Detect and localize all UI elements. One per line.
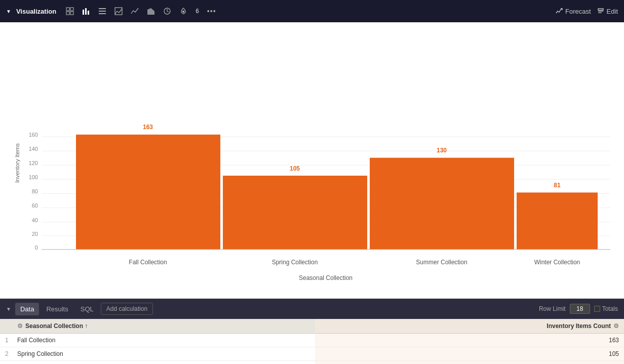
svg-text:Spring Collection: Spring Collection: [272, 259, 318, 266]
svg-rect-0: [66, 8, 69, 11]
bottom-toolbar-left: ▼ Data Results SQL Add calculation: [6, 303, 537, 315]
svg-marker-14: [147, 8, 154, 15]
inventory-gear-icon[interactable]: ⚙: [613, 322, 619, 330]
seasonal-gear-icon[interactable]: ⚙: [17, 322, 23, 330]
col-inventory-label: Inventory Items Count: [547, 322, 611, 330]
edit-label: Edit: [607, 8, 618, 15]
bottom-toolbar-right: Row Limit Totals: [539, 304, 618, 314]
svg-text:20: 20: [32, 230, 38, 236]
map-icon-btn[interactable]: [177, 5, 190, 17]
svg-rect-3: [70, 12, 73, 15]
svg-rect-4: [83, 10, 84, 15]
svg-text:Winter Collection: Winter Collection: [534, 259, 580, 266]
dropdown-arrow: ▼: [6, 9, 11, 14]
svg-point-16: [183, 11, 184, 13]
totals-checkbox[interactable]: [594, 306, 600, 312]
row-num-header: [0, 319, 12, 334]
tab-data[interactable]: Data: [15, 303, 39, 315]
row-num-3: 3: [0, 361, 12, 365]
col-header-seasonal: ⚙ Seasonal Collection ↑: [12, 319, 315, 334]
bar-chart: Inventory Items 0 20 40 60 80 100 120 14…: [10, 32, 614, 293]
more-dots: •••: [207, 7, 216, 15]
bar-fall: [76, 135, 220, 250]
svg-text:163: 163: [143, 124, 153, 131]
toolbar-right: Forecast Edit: [556, 8, 618, 15]
svg-rect-7: [99, 8, 106, 9]
chart-area: Inventory Items 0 20 40 60 80 100 120 14…: [0, 22, 624, 298]
number-icon-btn[interactable]: 6: [193, 6, 202, 17]
cell-spring-collection: Spring Collection: [12, 347, 315, 361]
col-header-inventory: Inventory Items Count ⚙: [315, 319, 624, 334]
row-limit-input[interactable]: [570, 304, 590, 314]
svg-text:140: 140: [29, 146, 38, 152]
number-badge: 6: [196, 8, 199, 15]
svg-text:81: 81: [554, 182, 561, 189]
forecast-label: Forecast: [565, 8, 591, 15]
table-row: 3 Summer Collection 130: [0, 361, 624, 365]
totals-label: Totals: [602, 305, 618, 312]
toolbar-left: ▼ Visualization 6 •••: [6, 5, 552, 17]
table-row: 2 Spring Collection 105: [0, 347, 624, 361]
bar-winter: [517, 192, 598, 249]
edit-button[interactable]: Edit: [597, 8, 618, 15]
svg-line-13: [119, 9, 122, 13]
svg-text:60: 60: [32, 203, 38, 209]
table-row: 1 Fall Collection 163: [0, 334, 624, 347]
bottom-panel: ▼ Data Results SQL Add calculation Row L…: [0, 298, 624, 364]
svg-text:120: 120: [29, 160, 38, 166]
cell-summer-count: 130: [315, 361, 624, 365]
table-body: 1 Fall Collection 163 2 Spring Collectio…: [0, 334, 624, 365]
scatter-icon-btn[interactable]: [112, 5, 125, 17]
data-dropdown-arrow: ▼: [6, 306, 11, 312]
totals-checkbox-group: Totals: [594, 305, 618, 312]
row-num-2: 2: [0, 347, 12, 361]
svg-text:40: 40: [32, 217, 38, 223]
svg-rect-8: [99, 11, 106, 12]
svg-rect-6: [88, 11, 89, 15]
svg-rect-10: [115, 8, 122, 15]
svg-text:80: 80: [32, 188, 38, 194]
svg-text:160: 160: [29, 132, 38, 138]
svg-text:Summer Collection: Summer Collection: [416, 259, 467, 266]
col-seasonal-label: Seasonal Collection ↑: [25, 322, 88, 330]
table-header-row: ⚙ Seasonal Collection ↑ Inventory Items …: [0, 319, 624, 334]
edit-icon: [597, 8, 604, 15]
bar-chart-icon-btn[interactable]: [80, 5, 93, 17]
cell-spring-count: 105: [315, 347, 624, 361]
cell-fall-count: 163: [315, 334, 624, 347]
data-table: ⚙ Seasonal Collection ↑ Inventory Items …: [0, 319, 624, 364]
y-axis-label: Inventory Items: [14, 143, 20, 183]
visualization-toolbar: ▼ Visualization 6 •••: [0, 0, 624, 22]
table-icon-btn[interactable]: [63, 5, 76, 17]
tab-sql[interactable]: SQL: [75, 303, 99, 315]
toolbar-title: Visualization: [16, 8, 56, 15]
row-limit-label: Row Limit: [539, 305, 566, 312]
forecast-icon: [556, 8, 563, 15]
line-icon-btn[interactable]: [128, 5, 141, 17]
area-icon-btn[interactable]: [144, 5, 158, 17]
row-num-1: 1: [0, 334, 12, 347]
svg-rect-5: [85, 8, 87, 15]
svg-rect-9: [99, 13, 106, 14]
cell-summer-collection: Summer Collection: [12, 361, 315, 365]
svg-text:130: 130: [437, 147, 447, 154]
tab-results[interactable]: Results: [41, 303, 73, 315]
bar-spring: [223, 176, 367, 250]
svg-rect-2: [66, 12, 69, 15]
cell-fall-collection: Fall Collection: [12, 334, 315, 347]
svg-text:0: 0: [35, 244, 38, 250]
svg-rect-17: [598, 9, 603, 10]
svg-rect-1: [70, 8, 73, 11]
svg-text:Fall Collection: Fall Collection: [129, 259, 167, 266]
list-icon-btn[interactable]: [96, 5, 109, 17]
bar-summer: [370, 158, 514, 250]
clock-icon-btn[interactable]: [161, 5, 174, 17]
forecast-button[interactable]: Forecast: [556, 8, 591, 15]
x-axis-label: Seasonal Collection: [299, 274, 353, 281]
bottom-toolbar: ▼ Data Results SQL Add calculation Row L…: [0, 299, 624, 319]
add-calculation-button[interactable]: Add calculation: [101, 303, 153, 315]
svg-text:100: 100: [29, 174, 38, 180]
svg-text:105: 105: [290, 165, 300, 172]
more-options-btn[interactable]: •••: [205, 5, 219, 17]
svg-line-12: [117, 11, 119, 13]
